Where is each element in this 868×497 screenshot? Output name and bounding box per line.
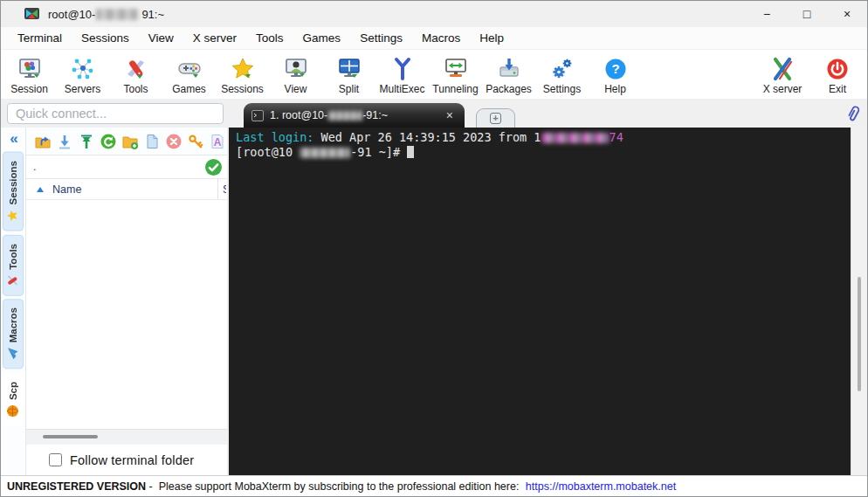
sidebar-tab-macros[interactable]: Macros [3, 299, 24, 369]
toolbar-label: View [285, 83, 307, 95]
mobatek-link[interactable]: https://mobaxterm.mobatek.net [526, 480, 676, 493]
globe-icon [7, 404, 20, 418]
sftp-file-list[interactable] [26, 200, 227, 429]
terminal-line: [root@10 -91 ~]# [236, 145, 851, 160]
column-name-header[interactable]: Name [52, 183, 81, 196]
toolbar-label: Settings [543, 83, 581, 95]
toolbar-games-button[interactable]: Games [162, 53, 216, 95]
terminal-line: Last login: Wed Apr 26 14:39:15 2023 fro… [236, 130, 851, 145]
main-area: « Sessions Tools Macros Scp [1, 128, 867, 475]
sidebar-tab-sessions[interactable]: Sessions [3, 152, 24, 231]
sftp-path-input[interactable] [26, 155, 227, 178]
toolbar-view-button[interactable]: View [269, 53, 322, 95]
toolbar-exit-button[interactable]: Exit [813, 53, 862, 95]
follow-terminal-label[interactable]: Follow terminal folder [70, 453, 194, 467]
close-icon[interactable]: × [443, 107, 457, 123]
sidebar-tab-strip: « Sessions Tools Macros Scp [1, 128, 25, 475]
collapse-sidebar-button[interactable]: « [1, 128, 25, 150]
menu-x-server[interactable]: X server [183, 27, 246, 50]
download-icon[interactable] [54, 131, 74, 152]
settings-gear-icon [549, 56, 575, 82]
delete-icon[interactable] [163, 131, 183, 152]
games-icon [176, 56, 203, 82]
toolbar-label: Help [604, 83, 626, 95]
sort-ascending-icon [37, 187, 44, 192]
xserver-icon [769, 56, 796, 82]
new-folder-icon[interactable] [120, 131, 140, 152]
close-button[interactable]: × [827, 1, 867, 27]
toolbar-multiexec-button[interactable]: MultiExec [375, 53, 429, 95]
follow-terminal-checkbox[interactable] [49, 453, 62, 466]
check-circle-icon[interactable] [204, 158, 223, 176]
menu-sessions[interactable]: Sessions [72, 27, 139, 50]
terminal-cursor [407, 146, 414, 158]
title-bar: root@10-91:~ − □ × [1, 1, 867, 27]
toolbar-sessions-button[interactable]: Sessions [216, 53, 269, 95]
sftp-horizontal-scrollbar[interactable] [26, 429, 227, 444]
scrollbar-thumb[interactable] [43, 435, 98, 438]
sidebar-tab-label: Sessions [8, 161, 18, 205]
new-file-icon[interactable] [141, 131, 162, 152]
status-bar: UNREGISTERED VERSION - Please support Mo… [1, 475, 867, 496]
paperclip-icon[interactable] [844, 103, 862, 124]
toolbar-session-button[interactable]: Session [3, 53, 56, 95]
toolbar-xserver-button[interactable]: X server [752, 53, 813, 95]
toolbar-help-button[interactable]: ? Help [589, 53, 642, 95]
svg-text:?: ? [611, 61, 619, 76]
toolbar-tools-button[interactable]: Tools [109, 53, 162, 95]
menu-games[interactable]: Games [293, 27, 351, 50]
session-icon [17, 56, 43, 82]
paper-plane-icon [7, 348, 20, 361]
menu-help[interactable]: Help [470, 27, 513, 50]
help-icon: ? [603, 56, 629, 82]
menu-settings[interactable]: Settings [350, 27, 412, 50]
toolbar-label: Tunneling [432, 83, 478, 95]
folder-up-icon[interactable] [32, 131, 52, 152]
sidebar-tab-label: Tools [8, 244, 18, 270]
sftp-path-row [26, 155, 227, 179]
edit-font-icon[interactable]: A [207, 131, 227, 152]
quick-connect-input[interactable] [7, 103, 224, 124]
tab-title: 1. root@10--91:~ [270, 109, 388, 121]
sidebar-tab-scp[interactable]: Scp [3, 373, 24, 426]
key-permissions-icon[interactable] [185, 131, 205, 152]
refresh-icon[interactable] [98, 131, 118, 152]
window-title: root@10-91:~ [48, 8, 164, 21]
quick-connect-zone [1, 99, 230, 128]
menu-tools[interactable]: Tools [246, 27, 293, 50]
menu-macros[interactable]: Macros [412, 27, 470, 50]
status-text: - Please support MobaXterm by subscribin… [146, 480, 522, 493]
new-tab-button[interactable]: + [476, 108, 515, 128]
scrollbar-thumb[interactable] [858, 277, 861, 391]
split-icon [336, 56, 362, 82]
terminal[interactable]: Last login: Wed Apr 26 14:39:15 2023 fro… [229, 128, 851, 475]
toolbar-settings-button[interactable]: Settings [535, 53, 589, 95]
terminal-tab-icon [251, 110, 264, 121]
toolbar-servers-button[interactable]: Servers [56, 53, 109, 95]
menu-view[interactable]: View [139, 27, 183, 50]
minimize-button[interactable]: − [747, 1, 787, 27]
sidebar-tab-tools[interactable]: Tools [3, 235, 24, 296]
toolbar-label: Servers [65, 83, 100, 95]
toolbar-packages-button[interactable]: Packages [482, 53, 535, 95]
unregistered-label: UNREGISTERED VERSION [7, 480, 146, 493]
upload-icon[interactable] [76, 131, 96, 152]
toolbar-split-button[interactable]: Split [322, 53, 375, 95]
toolbar-label: Exit [829, 83, 846, 95]
toolbar-label: Packages [486, 83, 532, 95]
maximize-button[interactable]: □ [787, 1, 827, 27]
tunneling-icon [443, 56, 469, 82]
tab-session-1[interactable]: 1. root@10--91:~ × [244, 103, 465, 128]
terminal-scrollbar[interactable] [851, 128, 867, 475]
column-size-header[interactable]: S [217, 179, 226, 199]
toolbar-label: Session [10, 83, 48, 95]
plus-icon: + [490, 113, 501, 124]
toolbar-tunneling-button[interactable]: Tunneling [429, 53, 482, 95]
menu-terminal[interactable]: Terminal [8, 27, 72, 50]
redacted-title-text [96, 9, 138, 20]
sftp-toolbar: A [26, 128, 227, 155]
servers-icon [70, 56, 96, 82]
toolbar-label: X server [763, 83, 803, 95]
mobaxterm-window: root@10-91:~ − □ × Terminal Sessions Vie… [0, 0, 868, 497]
sftp-column-header[interactable]: Name S [26, 179, 227, 200]
